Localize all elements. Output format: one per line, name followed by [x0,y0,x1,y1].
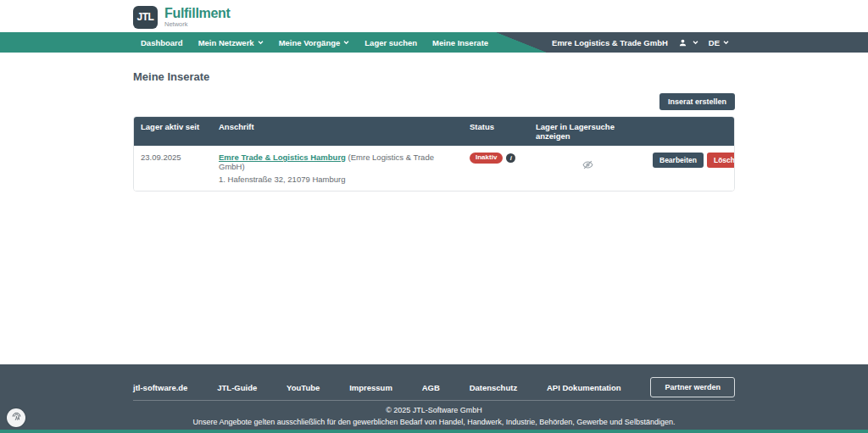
nav-item-dashboard[interactable]: Dashboard [133,32,191,53]
account-menu[interactable] [673,38,704,47]
main-navbar: Dashboard Mein Netzwerk Meine Vorgänge L… [0,32,868,53]
language-label: DE [709,38,720,47]
main-content: Meine Inserate Inserat erstellen Lager a… [0,53,868,364]
page: JTL Fulfillment Network Dashboard Mein N… [0,0,868,433]
bottom-accent-bar [0,430,868,433]
chevron-down-icon [723,41,729,45]
info-icon[interactable]: i [506,153,515,163]
footer-links: jtl-software.de JTL-Guide YouTube Impres… [133,364,735,400]
brand-subtitle: Network [164,21,231,28]
brand-text: Fulfillment Network [164,7,231,28]
footer-link-agb[interactable]: AGB [422,383,440,392]
footer-divider [133,400,735,401]
nav-item-label: Lager suchen [364,38,417,47]
language-selector[interactable]: DE [704,38,734,47]
chevron-down-icon [693,41,698,45]
fingerprint-icon [11,410,22,425]
page-title: Meine Inserate [133,70,735,83]
cell-active-since: 23.09.2025 [134,146,212,169]
footer-link-jtl-guide[interactable]: JTL-Guide [217,383,257,392]
cell-lagersuche-visibility [529,146,646,177]
nav-item-mein-netzwerk[interactable]: Mein Netzwerk [191,32,271,53]
nav-item-meine-vorgaenge[interactable]: Meine Vorgänge [271,32,358,53]
top-header: JTL Fulfillment Network [0,0,868,32]
account-name: Emre Logistics & Trade GmbH [547,38,673,47]
nav-item-label: Dashboard [141,38,183,47]
brand-product: Fulfillment [164,7,231,20]
inserate-table: Lager aktiv seit Anschrift Status Lager … [133,116,735,192]
nav-links: Dashboard Mein Netzwerk Meine Vorgänge L… [0,32,496,53]
table-header-row: Lager aktiv seit Anschrift Status Lager … [134,117,734,146]
warehouse-street: 1. Hafenstraße 32, 21079 Hamburg [219,175,456,184]
footer: jtl-software.de JTL-Guide YouTube Impres… [0,364,868,430]
user-icon [678,38,687,47]
jtl-logo-text: JTL [137,11,154,23]
col-header-anschrift: Anschrift [212,117,463,146]
footer-copyright: © 2025 JTL-Software GmbH [133,406,735,414]
nav-item-label: Meine Inserate [432,38,488,47]
table-row: 23.09.2025 Emre Trade & Logistics Hambur… [134,146,734,191]
footer-link-impressum[interactable]: Impressum [349,383,392,392]
footer-link-api-doku[interactable]: API Dokumentation [547,383,621,392]
jtl-logo[interactable]: JTL [133,6,158,29]
account-name-label: Emre Logistics & Trade GmbH [552,38,668,47]
col-header-status: Status [463,117,529,146]
status-badge: Inaktiv [470,153,503,164]
nav-account-area: Emre Logistics & Trade GmbH DE [547,32,868,53]
eye-slash-icon[interactable] [582,159,593,170]
col-header-lagersuche: Lager in Lagersuche anzeigen [529,117,646,146]
cell-address: Emre Trade & Logistics Hamburg (Emre Log… [212,146,463,191]
edit-button[interactable]: Bearbeiten [653,153,704,168]
chevron-down-icon [343,41,349,45]
partner-werden-button[interactable]: Partner werden [650,377,735,397]
privacy-settings-button[interactable] [7,408,25,427]
footer-link-jtl-software[interactable]: jtl-software.de [133,383,187,392]
cell-actions: Bearbeiten Löschen [646,146,735,175]
col-header-lager-aktiv-seit: Lager aktiv seit [134,117,212,146]
nav-item-lager-suchen[interactable]: Lager suchen [357,32,425,53]
chevron-down-icon [258,41,264,45]
toolbar: Inserat erstellen [133,93,735,110]
footer-disclaimer: Unsere Angebote gelten ausschließlich fü… [133,418,735,426]
nav-diagonal-divider [496,32,547,53]
footer-link-datenschutz[interactable]: Datenschutz [470,383,517,392]
create-inserat-button[interactable]: Inserat erstellen [659,93,735,110]
nav-item-label: Mein Netzwerk [198,38,254,47]
warehouse-link[interactable]: Emre Trade & Logistics Hamburg [219,153,346,162]
cell-status: Inaktiv i [463,146,529,170]
nav-item-label: Meine Vorgänge [279,38,341,47]
delete-button[interactable]: Löschen [707,153,735,168]
nav-item-meine-inserate[interactable]: Meine Inserate [425,32,496,53]
col-header-actions [646,117,734,146]
footer-link-youtube[interactable]: YouTube [287,383,320,392]
